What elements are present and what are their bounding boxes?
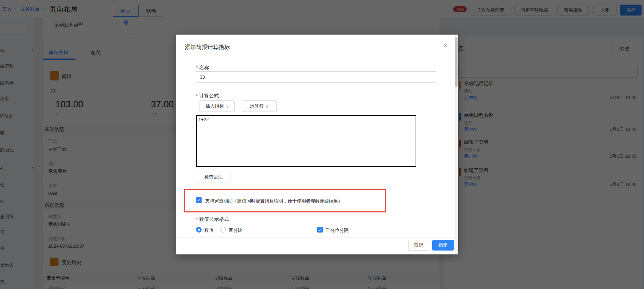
chevron-down-icon: ∨ [266,104,269,108]
screen: 主页 › 业务对象 › 页面布局 网页端 移动端 new 关联创建配置 同步至移… [0,0,644,289]
dialog-title: 添加简报计算指标 [185,44,230,51]
dialog-footer-divider [176,237,458,237]
radio-number-label: 数值 [204,227,214,234]
radio-percent-label: 百分比 [229,227,243,234]
operator-dropdown[interactable]: 运算符∨ [242,100,277,112]
radio-percent[interactable] [220,227,226,233]
cancel-button[interactable]: 取消 [408,240,429,251]
radio-number[interactable] [196,227,202,233]
insert-metric-dropdown[interactable]: 插入指标∨ [200,100,235,112]
format-field-label: *数值显示格式 [196,216,229,223]
drill-through-label: 支持穿透明细（建议同时配置指标说明，便于使用者理解穿透结果） [205,198,343,204]
thousand-separator-label: 千分位分隔 [326,227,349,234]
add-metric-dialog: 添加简报计算指标 × *名称 *计算公式 插入指标∨ 运算符∨ 1+22 检查语… [176,35,458,254]
confirm-button[interactable]: 确定 [432,240,454,251]
close-icon[interactable]: × [441,42,450,50]
drill-through-checkbox[interactable]: ✓ [196,197,202,203]
formula-field-label: *计算公式 [196,92,219,99]
dialog-scrollbar-thumb[interactable] [455,37,458,87]
check-icon: ✓ [318,227,322,232]
dialog-header-divider [176,61,458,61]
chevron-down-icon: ∨ [226,104,229,108]
check-icon: ✓ [197,198,201,203]
name-field-label: *名称 [196,64,209,71]
check-syntax-button[interactable]: 检查语法 [196,172,231,182]
thousand-separator-checkbox[interactable]: ✓ [317,227,323,233]
name-input[interactable] [196,71,436,83]
annotation-highlight-box: ✓ 支持穿透明细（建议同时配置指标说明，便于使用者理解穿透结果） [184,189,386,212]
formula-textarea[interactable]: 1+22 [196,115,416,167]
required-mark: * [196,217,198,222]
text-cursor [209,117,209,122]
required-mark: * [196,65,198,70]
required-mark: * [196,93,198,98]
